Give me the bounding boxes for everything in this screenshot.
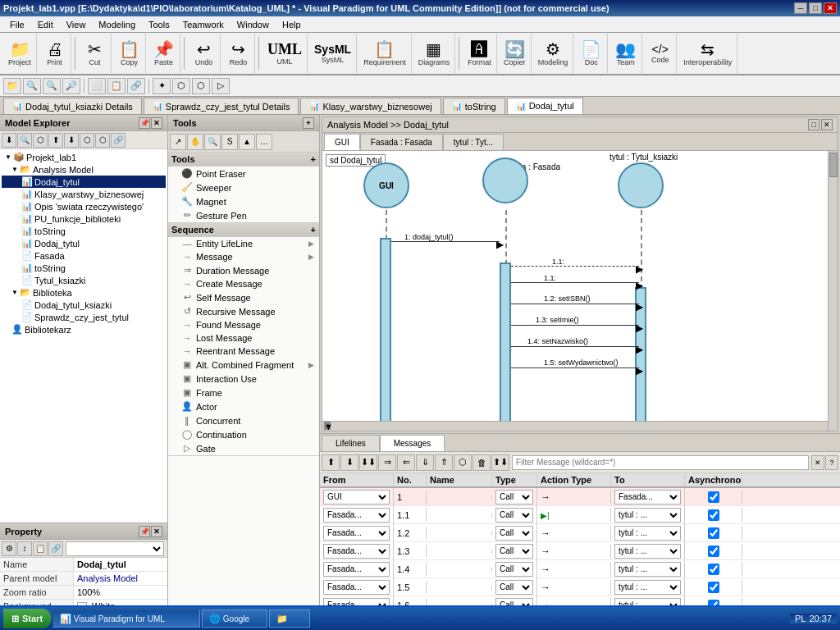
from-select-1[interactable]: GUI	[323, 490, 390, 504]
async-check-5[interactable]	[708, 564, 719, 575]
code-button[interactable]: </> Code	[644, 34, 677, 73]
exp-btn-4[interactable]: ⬆	[48, 133, 63, 148]
start-button[interactable]: ⊞ Start	[3, 609, 51, 628]
minimize-button[interactable]: ─	[794, 2, 807, 14]
zoom-tool-button[interactable]: 🔍	[204, 134, 221, 150]
tab-lifelines[interactable]: Lifelines	[322, 435, 380, 451]
async-check-1[interactable]	[708, 491, 719, 503]
hand-tool-button[interactable]: ✋	[187, 134, 203, 150]
maximize-button[interactable]: □	[809, 2, 822, 14]
async-check-3[interactable]	[708, 527, 719, 539]
tool-found-message[interactable]: → Found Message	[168, 318, 319, 331]
tree-item-bibliotekarz[interactable]: 👤 Bibliotekarz	[2, 323, 166, 336]
prop-btn-2[interactable]: ↕	[17, 541, 32, 556]
type-select-5[interactable]: Call	[495, 562, 533, 577]
from-select-2[interactable]: Fasada...	[323, 508, 390, 523]
to-select-5[interactable]: tytul : ...	[614, 562, 681, 577]
type-select-4[interactable]: Call	[495, 544, 533, 559]
tb2-btn-1[interactable]: 📁	[3, 78, 21, 94]
tb2-btn-5[interactable]: ⬜	[88, 78, 106, 94]
tool-create-message[interactable]: → Create Message	[168, 277, 319, 290]
copy-button[interactable]: 📋 Copy	[113, 34, 146, 73]
tool-gate[interactable]: ▷ Gate	[168, 441, 319, 455]
tab-tostring[interactable]: 📊 toString	[443, 98, 505, 114]
tab-dodaj-tytul-details[interactable]: 📊 Dodaj_tytul_ksiazki Details	[3, 98, 142, 114]
type-select-1[interactable]: Call	[495, 490, 533, 504]
tb2-btn-6[interactable]: 📋	[107, 78, 126, 94]
tree-item-klasy[interactable]: 📊 Klasy_warstwy_biznesowej	[2, 188, 166, 200]
select-tool-button[interactable]: ↗	[170, 134, 186, 150]
tool-reentrant-message[interactable]: → Reentrant Message	[168, 345, 319, 358]
type-select-6[interactable]: Call	[495, 580, 533, 595]
requirement-button[interactable]: 📋 Requirement	[358, 34, 412, 73]
tree-item-opis[interactable]: 📊 Opis 'swiata rzeczywistego'	[2, 200, 166, 212]
taskbar-chrome-button[interactable]: 🌐 Google	[202, 609, 267, 628]
tree-item-biblioteka[interactable]: ▼ 📂 Biblioteka	[2, 286, 166, 299]
msg-btn-10[interactable]: ⬆⬇	[491, 454, 509, 471]
redo-button[interactable]: ↪ Redo	[222, 34, 255, 73]
tb2-btn-10[interactable]: ⬡	[192, 78, 210, 94]
tb2-btn-7[interactable]: 🔗	[127, 78, 145, 94]
tree-item-analysis[interactable]: ▼ 📂 Analysis Model	[2, 163, 166, 176]
triangle-tool-button[interactable]: ▲	[239, 134, 255, 150]
modeling-button[interactable]: ⚙ Modeling	[533, 34, 574, 73]
menu-window[interactable]: Window	[231, 18, 276, 31]
from-select-6[interactable]: Fasada...	[323, 580, 390, 595]
async-check-4[interactable]	[708, 546, 719, 557]
tree-item-pu[interactable]: 📊 PU_funkcje_biblioteki	[2, 212, 166, 225]
project-button[interactable]: 📁 Project	[3, 34, 37, 73]
diagrams-button[interactable]: ▦ Diagrams	[413, 34, 456, 73]
to-select-4[interactable]: tytul : ...	[614, 544, 681, 559]
exp-btn-8[interactable]: 🔗	[111, 133, 126, 148]
tool-continuation[interactable]: ◯ Continuation	[168, 427, 319, 441]
type-select-2[interactable]: Call	[495, 508, 533, 523]
tab-gui[interactable]: GUI	[324, 134, 360, 150]
vertical-scrollbar[interactable]	[828, 151, 838, 431]
tool-point-eraser[interactable]: ⚫ Point Eraser	[168, 167, 319, 180]
taskbar-explorer-button[interactable]: 📁	[269, 609, 310, 628]
taskbar-vp-button[interactable]: 📊 Visual Paradigm for UML	[52, 609, 200, 628]
diag-maximize-button[interactable]: □	[808, 119, 819, 130]
tree-item-tytul[interactable]: 📄 Tytul_ksiazki	[2, 274, 166, 286]
prop-close-button[interactable]: ✕	[151, 526, 162, 537]
async-check-2[interactable]	[708, 509, 719, 521]
tb2-btn-8[interactable]: ✦	[153, 78, 171, 94]
tools-expand-button[interactable]: +	[303, 117, 314, 129]
exp-btn-3[interactable]: ⬡	[33, 133, 48, 148]
tb2-btn-2[interactable]: 🔍	[23, 78, 41, 94]
format-button[interactable]: 🅰 Format	[463, 34, 497, 73]
async-check-6[interactable]	[708, 582, 719, 593]
from-select-3[interactable]: Fasada...	[323, 526, 390, 541]
tool-actor[interactable]: 👤 Actor	[168, 399, 319, 413]
explorer-close-button[interactable]: ✕	[151, 117, 162, 129]
tree-item-tostring2[interactable]: 📊 toString	[2, 262, 166, 274]
prop-pin-button[interactable]: 📌	[139, 526, 150, 537]
exp-btn-1[interactable]: ⬇	[2, 133, 16, 148]
tab-messages[interactable]: Messages	[380, 435, 445, 451]
close-button[interactable]: ✕	[824, 2, 837, 14]
undo-button[interactable]: ↩ Undo	[188, 34, 221, 73]
prop-btn-1[interactable]: ⚙	[2, 541, 16, 556]
tb2-btn-3[interactable]: 🔍	[43, 78, 61, 94]
menu-edit[interactable]: Edit	[31, 18, 60, 31]
msg-btn-1[interactable]: ⬆	[322, 454, 340, 471]
doc-button[interactable]: 📄 Doc	[575, 34, 608, 73]
uml-button[interactable]: UML UML	[262, 34, 308, 73]
msg-btn-9[interactable]: 🗑	[472, 454, 491, 471]
scroll-thumb[interactable]	[829, 153, 838, 177]
tree-item-fasada[interactable]: 📄 Fasada	[2, 249, 166, 262]
more-tool-button[interactable]: …	[256, 134, 272, 150]
tab-fasada[interactable]: Fasada : Fasada	[360, 134, 443, 150]
tree-item-dodaj-tytul2[interactable]: 📊 Dodaj_tytul	[2, 237, 166, 249]
sysml-button[interactable]: SysML SysML	[309, 34, 357, 73]
tab-sprawdz-details[interactable]: 📊 Sprawdz_czy_jest_tytul Details	[144, 98, 299, 114]
exp-btn-2[interactable]: 🔍	[17, 133, 32, 148]
to-select-2[interactable]: tytul : ...	[614, 508, 681, 523]
tab-tytul[interactable]: tytul : Tyt...	[443, 134, 504, 150]
team-button[interactable]: 👥 Team	[609, 34, 642, 73]
explorer-pin-button[interactable]: 📌	[139, 117, 150, 129]
menu-file[interactable]: File	[3, 18, 31, 31]
tool-interaction-use[interactable]: ▣ Interaction Use	[168, 372, 319, 386]
h-scroll-thumb[interactable]: ▼	[324, 422, 331, 430]
msg-btn-8[interactable]: ⬡	[454, 454, 472, 471]
